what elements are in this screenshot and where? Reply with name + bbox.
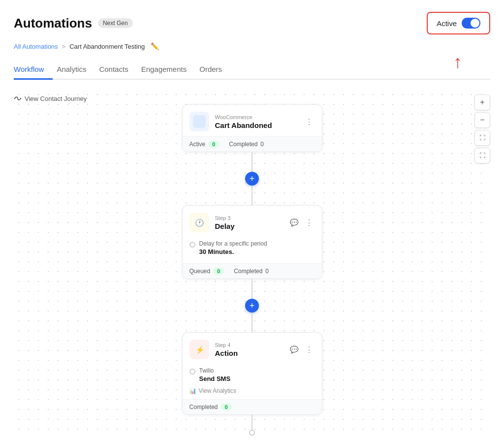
expand-btn-1[interactable]: ⛶ [474,130,490,146]
node-info-3: Step 4 Action [215,342,282,357]
woo-icon: 🚀 [189,112,209,131]
line-3 [252,279,252,299]
svg-text:⚡: ⚡ [195,346,205,354]
node-cart-abandoned: 🚀 WooCommerce Cart Abandoned ⋮ Active 0 [182,104,322,152]
tab-engagements[interactable]: Engagements [141,60,196,80]
zoom-in-btn[interactable]: + [474,94,490,110]
svg-text:🕐: 🕐 [195,219,204,227]
line-1 [252,152,252,172]
connector-2: + [245,279,259,332]
node-subtitle-1: WooCommerce [215,114,297,120]
analytics-label: View Analytics [199,387,236,394]
breadcrumb-separator: > [62,43,66,50]
workflow-canvas: View Contact Journey + − ⛶ ⛶ 🚀 [14,90,490,436]
nextgen-badge: Next Gen [98,18,133,28]
node-delay: 🕐 Step 3 Delay 💬 ⋮ [182,205,322,279]
footer-completed-count-1: 0 [260,141,264,148]
tab-contacts[interactable]: Contacts [99,60,137,80]
breadcrumb: All Automations > Cart Abandonment Testi… [14,42,490,50]
node-info-2: Step 3 Delay [215,215,282,230]
content-area: View Contact Journey + − ⛶ ⛶ 🚀 [14,80,490,436]
page: Automations Next Gen Active All Automati… [0,0,504,441]
lightning-icon: ⚡ [193,343,206,356]
footer-queued-count: 0 [213,268,224,275]
footer-queued: Queued 0 [189,268,224,275]
breadcrumb-all-automations[interactable]: All Automations [14,43,58,50]
delay-dot [189,242,195,248]
end-dot [249,430,255,436]
comment-btn-2[interactable]: 💬 [288,218,300,227]
node-step-2: Step 3 [215,215,282,221]
arrow-indicator: ↑ [453,53,462,71]
view-contact-journey-btn[interactable]: View Contact Journey [14,94,87,102]
footer-active: Active 0 [189,141,220,148]
tab-workflow[interactable]: Workflow [14,60,53,80]
tab-analytics[interactable]: Analytics [57,60,95,80]
connector-bottom [249,415,255,436]
page-title: Automations [14,16,92,31]
page-header: Automations Next Gen Active [14,12,490,34]
add-node-btn-2[interactable]: + [245,299,259,313]
footer-active-label: Active [189,141,206,148]
action-dot [189,369,195,375]
footer-completed-count-2: 0 [265,268,269,275]
expand-btn-2[interactable]: ⛶ [474,148,490,163]
footer-completed-label-1: Completed [229,141,257,148]
footer-completed-label-3: Completed [189,404,218,410]
node-action: ⚡ Step 4 Action 💬 ⋮ [182,332,322,415]
tabs-bar: Workflow Analytics Contacts Engagements … [14,60,490,80]
comment-btn-3[interactable]: 💬 [288,345,300,354]
footer-completed-count-3: 0 [221,404,232,410]
edit-icon[interactable]: ✏️ [151,42,159,50]
line-2 [252,186,252,205]
clock-icon: 🕐 [193,216,206,229]
delay-value: 30 Minutes. [199,248,267,255]
rocket-icon: 🚀 [193,115,206,128]
node-actions-2: 💬 ⋮ [288,217,315,228]
line-bottom [252,415,252,430]
footer-completed-label-2: Completed [234,268,262,275]
node-body-3: Twilio Send SMS 📊 View Analytics [183,364,322,399]
send-sms-label: Send SMS [199,375,231,382]
line-4 [252,313,252,332]
node-actions-3: 💬 ⋮ [288,344,315,355]
node-footer-1: Active 0 Completed 0 [183,136,322,152]
node-title-3: Action [215,349,282,357]
node-header-2: 🕐 Step 3 Delay 💬 ⋮ [183,206,322,237]
node-info-1: WooCommerce Cart Abandoned [215,114,297,129]
node-menu-btn-2[interactable]: ⋮ [303,217,315,228]
node-actions-1: ⋮ [303,116,315,127]
svg-point-1 [20,98,21,99]
active-toggle-box[interactable]: Active [427,12,490,34]
active-label: Active [437,19,457,28]
active-toggle[interactable] [462,18,480,29]
svg-rect-2 [193,115,206,128]
footer-completed-2: Completed 0 [234,268,269,275]
node-header-1: 🚀 WooCommerce Cart Abandoned ⋮ [183,105,322,136]
delay-text: Delay for a specific period 30 Minutes. [199,240,267,255]
title-row: Automations Next Gen [14,16,133,31]
node-menu-btn-3[interactable]: ⋮ [303,344,315,355]
zoom-controls: + − ⛶ ⛶ [474,94,490,163]
node-menu-btn-1[interactable]: ⋮ [303,116,315,127]
add-node-btn-1[interactable]: + [245,172,259,186]
footer-completed-1: Completed 0 [229,141,264,148]
footer-active-count: 0 [208,141,219,148]
toggle-dot [471,19,479,28]
node-step-3: Step 4 [215,342,282,348]
footer-completed-3: Completed 0 [189,404,232,410]
node-footer-3: Completed 0 [183,399,322,414]
node-body-2: Delay for a specific period 30 Minutes. [183,237,322,263]
action-body-row: Twilio Send SMS [189,364,315,385]
action-text: Twilio Send SMS [199,367,231,382]
zoom-out-btn[interactable]: − [474,112,490,128]
view-analytics-link[interactable]: 📊 View Analytics [189,387,315,394]
tab-orders[interactable]: Orders [199,60,231,80]
action-icon: ⚡ [189,340,209,359]
journey-icon [14,94,22,102]
view-journey-label: View Contact Journey [25,95,87,102]
connector-1: + [245,152,259,205]
delay-description: Delay for a specific period [199,240,267,247]
breadcrumb-current: Cart Abandonment Testing [69,43,145,50]
chart-icon: 📊 [189,388,196,394]
